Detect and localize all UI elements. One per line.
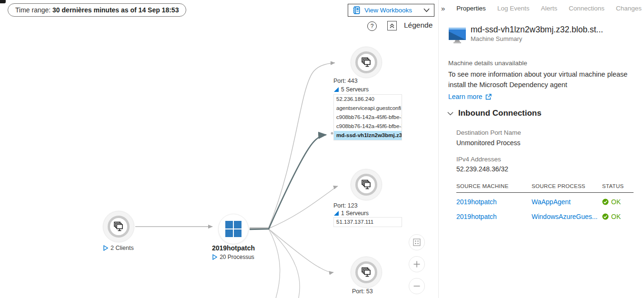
legend-label[interactable]: Légende — [404, 21, 433, 30]
table-header-row: SOURCE MACHINE SOURCE PROCESS STATUS — [456, 183, 634, 193]
inbound-connections-heading: Inbound Connections — [458, 109, 542, 118]
chevron-down-icon — [423, 8, 430, 12]
port-123-servers-count: 1 Serveurs — [341, 210, 369, 217]
server-group-node-port-53[interactable] — [351, 257, 382, 288]
external-link-icon — [485, 94, 492, 100]
learn-more-label: Learn more — [448, 93, 483, 100]
help-icon[interactable]: ? — [367, 21, 377, 31]
port-123-label: Port: 123 — [333, 202, 358, 209]
tab-log-events[interactable]: Log Events — [497, 5, 530, 12]
learn-more-link[interactable]: Learn more — [448, 93, 492, 100]
status-label: OK — [611, 213, 621, 220]
processes-expander[interactable]: 20 Processus — [200, 254, 267, 260]
port-443-servers-count: 5 Serveurs — [341, 86, 369, 93]
ipv4-label: IPv4 Addresses — [456, 156, 501, 163]
processes-count-label: 20 Processus — [220, 254, 254, 260]
server-list-item[interactable]: agentserviceapi.guestconfi... — [334, 104, 402, 113]
status-label: OK — [611, 198, 621, 206]
properties-panel — [438, 0, 644, 298]
windows-logo-icon — [225, 221, 242, 237]
machine-node-name: 2019hotpatch — [200, 244, 267, 252]
zoom-out-button[interactable] — [409, 278, 425, 294]
status-cell: OK — [602, 198, 634, 206]
fit-to-screen-button[interactable] — [409, 234, 425, 250]
col-status: STATUS — [602, 183, 634, 193]
server-group-ring — [355, 261, 377, 283]
stacked-monitors-icon — [361, 267, 372, 278]
ipv4-value: 52.239.248.36/32 — [456, 165, 508, 173]
stacked-monitors-icon — [113, 221, 124, 232]
service-map-view: Time range: 30 dernières minutes as of 1… — [0, 0, 644, 298]
status-ok-icon — [602, 199, 609, 205]
window-corner-fragment — [0, 0, 6, 3]
source-process-link[interactable]: WindowsAzureGues... — [532, 213, 598, 220]
port-53-label: Port: 53 — [352, 288, 373, 295]
col-source-process: SOURCE PROCESS — [532, 183, 602, 193]
minus-icon — [413, 282, 421, 290]
port-443-servers-expander[interactable]: 5 Serveurs — [334, 86, 369, 93]
install-agent-message: To see more information about your virtu… — [448, 70, 644, 90]
server-list-item[interactable]: 51.137.137.111 — [334, 218, 402, 227]
tab-alerts[interactable]: Alerts — [541, 5, 557, 12]
details-unavailable-text: Machine details unavailable — [448, 60, 527, 67]
server-list-item[interactable]: c908bb76-142a-45f6-bfbe-3... — [334, 113, 402, 122]
plus-icon — [413, 260, 421, 268]
server-list-item[interactable]: c908bb76-142a-45f6-bfbe-3... — [334, 122, 402, 131]
time-range-value: 30 dernières minutes as of 14 Sep 18:53 — [52, 6, 179, 14]
server-group-ring — [108, 216, 130, 238]
stacked-monitors-icon — [361, 179, 372, 190]
tab-connections[interactable]: Connections — [569, 5, 604, 12]
machine-monitor-icon — [448, 27, 466, 44]
expander-expanded-icon — [334, 87, 339, 92]
panel-tab-bar: » Properties Log Events Alerts Connectio… — [441, 4, 642, 12]
expander-expanded-icon — [334, 211, 339, 216]
clients-expander[interactable]: 2 Clients — [103, 245, 134, 251]
dest-port-value: Unmonitored Process — [456, 139, 521, 147]
time-range-pill[interactable]: Time range: 30 dernières minutes as of 1… — [8, 3, 186, 17]
view-workbooks-dropdown[interactable]: View Workbooks — [348, 4, 434, 17]
view-workbooks-label: View Workbooks — [364, 7, 423, 14]
machine-node-2019hotpatch[interactable] — [218, 214, 249, 244]
server-list-item-selected[interactable]: md-ssd-vh1lzn2w3bmj.z32... — [334, 131, 402, 140]
legend-collapse-icon[interactable] — [387, 21, 397, 30]
zoom-in-button[interactable] — [409, 256, 425, 272]
port-443-server-list: 52.236.186.240 agentserviceapi.guestconf… — [333, 94, 402, 140]
server-group-ring — [355, 51, 377, 73]
client-group-node[interactable] — [103, 211, 134, 242]
col-source-machine: SOURCE MACHINE — [456, 183, 532, 193]
stacked-monitors-icon — [361, 57, 372, 68]
server-group-node-port-443[interactable] — [351, 47, 382, 78]
port-123-server-list: 51.137.137.111 — [333, 217, 402, 227]
tab-changes[interactable]: Changes — [616, 5, 642, 12]
server-group-ring — [355, 174, 377, 196]
source-machine-link[interactable]: 2019hotpatch — [456, 198, 497, 206]
machine-title: md-ssd-vh1lzn2w3bmj.z32.blob.st... — [471, 25, 641, 35]
server-group-node-port-123[interactable] — [351, 169, 382, 200]
inbound-connections-table: SOURCE MACHINE SOURCE PROCESS STATUS 201… — [456, 183, 634, 222]
status-ok-icon — [602, 213, 609, 220]
server-list-item[interactable]: 52.236.186.240 — [334, 95, 402, 104]
status-cell: OK — [602, 213, 634, 220]
dest-port-label: Destination Port Name — [456, 129, 521, 136]
panel-collapse-icon[interactable]: » — [441, 4, 445, 12]
clients-count-label: 2 Clients — [111, 245, 134, 251]
machine-subtitle: Machine Summary — [471, 35, 522, 42]
table-row: 2019hotpatch WindowsAzureGues... OK — [456, 208, 634, 222]
tab-properties[interactable]: Properties — [456, 5, 486, 12]
expander-collapsed-icon — [103, 245, 108, 251]
port-443-label: Port: 443 — [333, 78, 358, 84]
chevron-down-icon — [447, 111, 453, 116]
time-range-prefix: Time range: — [15, 6, 50, 14]
expander-collapsed-icon — [212, 254, 217, 260]
port-123-servers-expander[interactable]: 1 Serveurs — [334, 210, 369, 217]
source-process-link[interactable]: WaAppAgent — [532, 198, 571, 206]
table-row: 2019hotpatch WaAppAgent OK — [456, 193, 634, 208]
inbound-connections-section-toggle[interactable]: Inbound Connections — [447, 109, 542, 118]
workbook-icon — [352, 6, 361, 14]
fit-to-screen-icon — [413, 238, 421, 247]
source-machine-link[interactable]: 2019hotpatch — [456, 213, 497, 220]
